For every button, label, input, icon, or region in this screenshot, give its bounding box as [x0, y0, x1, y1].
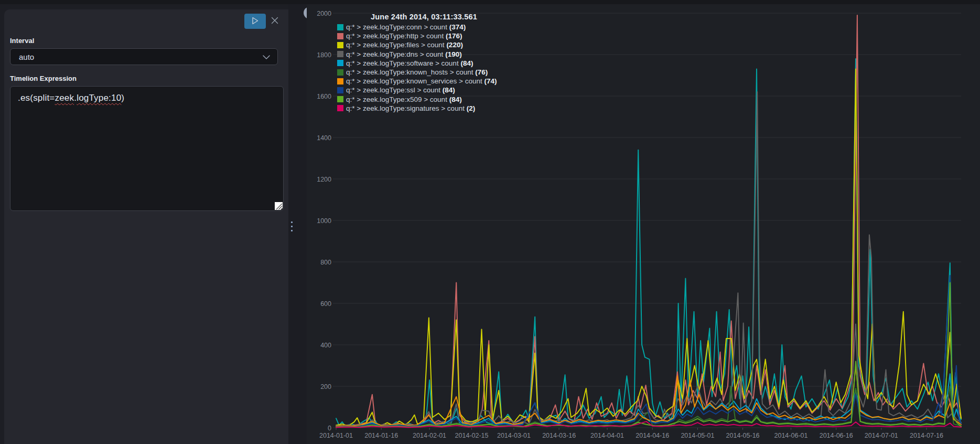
legend-hover-value: (220) [446, 41, 463, 49]
expression-text: .es(split=zeek.logType:10) [18, 93, 124, 103]
legend-item: q:* > zeek.logType:software > count (84) [337, 59, 497, 68]
legend-item: q:* > zeek.logType:files > count (220) [337, 40, 497, 49]
textarea-resize-handle[interactable] [275, 202, 283, 210]
misspelled-word: logType:10 [77, 93, 121, 103]
series-line [336, 69, 961, 426]
legend-swatch [337, 24, 343, 30]
interval-select[interactable]: auto [10, 48, 278, 65]
y-axis-label: 400 [320, 342, 331, 349]
legend-swatch [337, 60, 343, 66]
chart-panel: 0200400600800100012001400160018002000201… [307, 4, 980, 444]
legend-swatch [337, 42, 343, 48]
series-line [336, 59, 961, 426]
x-axis-label: 2014-03-01 [497, 432, 531, 439]
panel-resize-divider[interactable] [288, 4, 307, 444]
legend-swatch [337, 51, 343, 57]
legend-hover-value: (374) [449, 23, 466, 31]
legend-item: q:* > zeek.logType:http > count (176) [337, 31, 497, 40]
x-axis-label: 2014-03-16 [542, 432, 576, 439]
legend-item: q:* > zeek.logType:x509 > count (84) [337, 95, 497, 104]
legend-label: q:* > zeek.logType:x509 > count [346, 96, 449, 103]
legend-item: q:* > zeek.logType:signatures > count (2… [337, 104, 497, 113]
y-axis-label: 1600 [317, 93, 331, 100]
legend-label: q:* > zeek.logType:known_hosts > count [346, 68, 475, 76]
x-axis-label: 2014-06-01 [774, 432, 808, 439]
legend-label: q:* > zeek.logType:conn > count [346, 23, 449, 31]
legend-swatch [337, 87, 343, 93]
x-axis-label: 2014-02-15 [455, 432, 489, 439]
timelion-editor-panel: Interval auto Timelion Expression .es(sp… [4, 9, 288, 444]
legend-hover-value: (190) [445, 50, 462, 58]
legend-item: q:* > zeek.logType:ssl > count (84) [337, 86, 497, 94]
legend-item: q:* > zeek.logType:dns > count (190) [337, 50, 497, 59]
x-axis-label: 2014-07-16 [910, 432, 943, 439]
top-bar [0, 0, 980, 4]
legend-label: q:* > zeek.logType:signatures > count [346, 104, 467, 112]
legend-hover-value: (2) [467, 104, 476, 112]
legend-hover-value: (176) [446, 32, 462, 40]
interval-label: Interval [10, 37, 288, 45]
legend-hover-value: (84) [460, 59, 473, 67]
x-axis-label: 2014-06-16 [820, 432, 853, 439]
legend-swatch [337, 69, 343, 76]
y-axis-label: 600 [320, 300, 331, 308]
y-axis-label: 200 [320, 383, 331, 390]
legend-item: q:* > zeek.logType:known_hosts > count (… [337, 68, 497, 77]
chevron-down-icon [263, 52, 270, 61]
legend-label: q:* > zeek.logType:files > count [346, 41, 446, 49]
legend-label: q:* > zeek.logType:http > count [346, 32, 446, 40]
legend-label: q:* > zeek.logType:dns > count [346, 50, 445, 58]
x-axis-label: 2014-04-01 [590, 432, 624, 439]
legend-item: q:* > zeek.logType:conn > count (374) [337, 23, 497, 31]
y-axis-label: 1200 [317, 176, 331, 183]
y-axis-label: 0 [328, 425, 331, 432]
y-axis-label: 2000 [317, 10, 331, 17]
run-expression-button[interactable] [244, 14, 266, 29]
play-icon [252, 17, 259, 26]
legend-hover-value: (84) [443, 86, 455, 94]
legend-label: q:* > zeek.logType:ssl > count [346, 86, 443, 94]
x-axis-label: 2014-01-01 [319, 432, 353, 439]
legend-hover-value: (76) [475, 68, 488, 76]
legend-label: q:* > zeek.logType:software > count [346, 59, 460, 67]
expression-label: Timelion Expression [10, 75, 288, 82]
y-axis-label: 1400 [317, 134, 331, 142]
x-axis-label: 2014-02-01 [413, 432, 446, 439]
legend-swatch [337, 105, 343, 111]
x-axis-label: 2014-05-01 [681, 432, 714, 439]
legend-label: q:* > zeek.logType:known_services > coun… [346, 77, 484, 85]
editor-toolbar [4, 9, 288, 29]
editor-panel-region: Interval auto Timelion Expression .es(sp… [0, 4, 288, 444]
legend-items: q:* > zeek.logType:conn > count (374)q:*… [337, 23, 497, 113]
misspelled-word: zeek [55, 93, 74, 103]
x-axis-label: 2014-01-16 [364, 432, 398, 439]
y-axis-label: 1800 [317, 51, 331, 59]
close-icon [271, 17, 278, 26]
interval-value: auto [19, 52, 34, 61]
x-axis-label: 2014-05-16 [726, 432, 760, 439]
hover-timestamp: June 24th 2014, 03:11:33.561 [371, 13, 497, 21]
x-axis-label: 2014-07-01 [865, 432, 898, 439]
timelion-expression-input[interactable]: .es(split=zeek.logType:10) [10, 86, 284, 211]
legend-item: q:* > zeek.logType:known_services > coun… [337, 77, 497, 86]
legend-hover-value: (74) [484, 77, 497, 85]
series-line [336, 92, 961, 426]
close-editor-button[interactable] [269, 16, 281, 27]
legend-swatch [337, 96, 343, 102]
legend-swatch [337, 33, 343, 39]
x-axis-label: 2014-04-16 [636, 432, 669, 439]
legend-hover-value: (84) [449, 96, 462, 103]
y-axis-label: 1000 [317, 217, 331, 225]
legend-swatch [337, 78, 343, 84]
drag-handle-icon [291, 221, 293, 231]
y-axis-label: 800 [320, 259, 331, 266]
chart-legend: June 24th 2014, 03:11:33.561 q:* > zeek.… [337, 13, 497, 113]
